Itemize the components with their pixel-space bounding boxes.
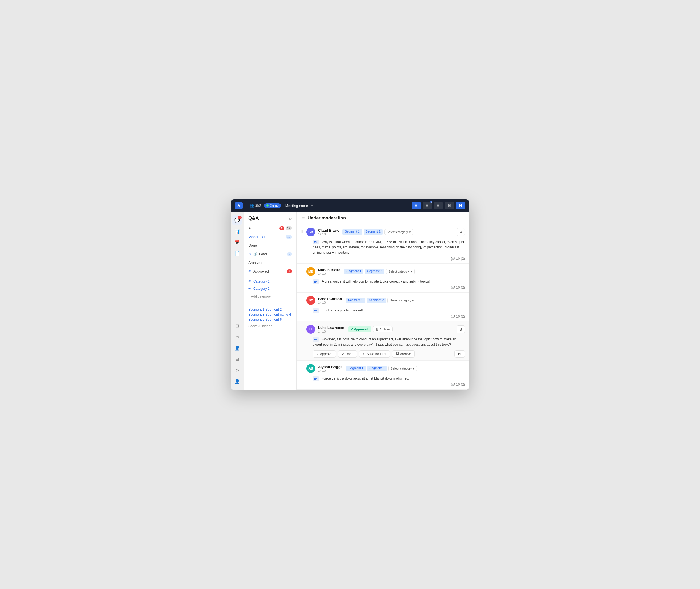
questions-list: ⠿ CB Claud Black 14:10 Segment 1 Segment… xyxy=(297,224,469,390)
tag-seg1-q5[interactable]: Segment 1 xyxy=(346,366,366,371)
sidebar-item-chart[interactable]: 📊 xyxy=(232,226,242,236)
chevron-down-icon-3: ▾ xyxy=(412,299,414,302)
user-time-1: 14:10 xyxy=(318,232,338,236)
header-action-icon-4[interactable]: B xyxy=(457,325,465,333)
segment-5[interactable]: Segment 5 xyxy=(248,318,264,322)
nav-badge-moderation: 10 xyxy=(285,235,292,239)
tag-seg2-q2[interactable]: Segment 2 xyxy=(365,269,384,274)
avatar-4: LL xyxy=(306,325,315,334)
nav-item-later[interactable]: 👁 🔗 Later 5 xyxy=(244,250,296,258)
approved-status-btn[interactable]: ✓ Approved xyxy=(348,326,371,332)
main-content: 💬 11 📊 📅 📄 ⊞ ✉ 👤 ⊟ xyxy=(231,212,469,390)
nav-item-approved[interactable]: 👁 Approved 2 xyxy=(244,267,296,275)
user-info-4: Luke Lawrence 14:10 xyxy=(318,326,344,333)
segments-section: Segment 1 Segment 2 Segment 3 Segment na… xyxy=(244,305,296,323)
nav-badge-later: 5 xyxy=(287,252,292,256)
chart-icon: 📊 xyxy=(234,229,240,234)
question-body-5: EN Fusce vehicula dolor arcu, sit amet b… xyxy=(297,375,469,383)
nav-item-all[interactable]: All 2 17 xyxy=(244,224,296,232)
question-tags-5: Segment 1 Segment 2 Select category ▾ xyxy=(346,366,417,371)
screen-share-icon-3[interactable]: 🖥 xyxy=(434,202,443,209)
nav-item-archived[interactable]: Archived xyxy=(244,258,296,267)
archive-btn-inline[interactable]: 🗄 Archive xyxy=(373,326,393,332)
lang-badge-1: EN xyxy=(313,240,319,244)
drag-handle-3[interactable]: ⠿ xyxy=(301,299,304,302)
comment-icon-5: 💬 xyxy=(451,383,455,386)
select-category-btn-3[interactable]: Select category ▾ xyxy=(388,298,416,304)
sidebar-item-person[interactable]: 👤 xyxy=(232,343,242,353)
eye-icon-cat1: 👁 xyxy=(248,279,252,283)
select-category-btn-5[interactable]: Select category ▾ xyxy=(388,366,417,371)
done-btn[interactable]: ✓ Done xyxy=(338,350,357,358)
tag-seg1-q1[interactable]: Segment 1 xyxy=(342,229,362,235)
sidebar-item-mail[interactable]: ✉ xyxy=(232,332,242,342)
search-icon[interactable]: ⌕ xyxy=(289,216,292,221)
segment-1[interactable]: Segment 1 xyxy=(248,308,264,312)
sidebar-item-grid[interactable]: ⊞ xyxy=(232,321,242,331)
vote-count-1: 💬 10 (2) xyxy=(451,257,465,260)
tag-seg2-q3[interactable]: Segment 2 xyxy=(367,298,386,304)
drag-handle-4[interactable]: ⠿ xyxy=(301,327,304,331)
question-body-1: EN Why is it that when an article is on … xyxy=(297,238,469,257)
nav-badge-red-all: 2 xyxy=(279,226,284,230)
vote-count-2: 💬 10 (2) xyxy=(451,285,465,289)
sidebar-item-chat[interactable]: 💬 11 xyxy=(232,215,242,225)
tag-seg2-q1[interactable]: Segment 2 xyxy=(364,229,383,235)
screen-share-active-icon[interactable]: 🖥 xyxy=(412,202,421,209)
show-hidden-btn[interactable]: Show 25 hidden xyxy=(244,323,296,330)
meeting-name[interactable]: Meeting name xyxy=(285,204,308,208)
category-2-label: Category 2 xyxy=(253,287,270,290)
segment-2[interactable]: Segment 2 xyxy=(266,308,282,312)
left-panel-header: Q&A ⌕ xyxy=(244,212,296,224)
segment-3[interactable]: Segment 3 xyxy=(248,313,264,317)
user-name-1: Claud Black xyxy=(318,228,338,232)
sidebar-item-calendar[interactable]: 📅 xyxy=(232,237,242,247)
tag-seg1-q2[interactable]: Segment 1 xyxy=(344,269,363,274)
approve-btn[interactable]: ✓ Approve xyxy=(313,350,336,358)
category-1[interactable]: 👁 Category 1 xyxy=(244,278,296,285)
nav-item-later-left: 👁 🔗 Later xyxy=(248,252,267,256)
sidebar-item-account[interactable]: 👤 xyxy=(232,376,242,386)
nav-item-done[interactable]: Done xyxy=(244,241,296,250)
question-tags-1: Segment 1 Segment 2 Select category ▾ xyxy=(342,229,413,235)
header-action-icon-1[interactable]: 🖥 xyxy=(457,228,465,236)
app-logo[interactable]: A xyxy=(235,202,243,209)
vote-count-3: 💬 10 (2) xyxy=(451,315,465,319)
user-name-3: Brook Carson xyxy=(318,297,342,301)
question-text-4: However, it is possible to conduct an ex… xyxy=(313,337,456,347)
broadcast-btn[interactable]: Br xyxy=(454,350,465,358)
top-bar: A 👥 250 Online Meeting name ▾ 🖥 🖥 2 🖥 🖥 … xyxy=(231,199,469,212)
nav-item-moderation[interactable]: Moderation 10 xyxy=(244,232,296,241)
sidebar-item-file[interactable]: 📄 xyxy=(232,248,242,258)
question-card-4: ⠿ LL Luke Lawrence 14:10 ✓ Approved 🗄 Ar… xyxy=(297,322,469,361)
nav-label-archived: Archived xyxy=(248,260,262,265)
sidebar-item-table[interactable]: ⊟ xyxy=(232,354,242,364)
drag-handle-1[interactable]: ⠿ xyxy=(301,230,304,234)
drag-handle-2[interactable]: ⠿ xyxy=(301,269,304,273)
comment-icon-2: 💬 xyxy=(451,285,455,289)
screen-share-icon-2[interactable]: 🖥 2 xyxy=(423,202,432,209)
screen-share-icon-4[interactable]: 🖥 xyxy=(445,202,454,209)
segment-6[interactable]: Segment 6 xyxy=(266,318,282,322)
sidebar-item-settings[interactable]: ⚙ xyxy=(232,365,242,375)
more-icon[interactable]: N xyxy=(456,202,465,209)
category-2[interactable]: 👁 Category 2 xyxy=(244,285,296,292)
tag-seg2-q5[interactable]: Segment 2 xyxy=(367,366,387,371)
lang-badge-4: EN xyxy=(313,337,319,342)
segment-name-4[interactable]: Segment name 4 xyxy=(266,313,291,317)
question-card-3: ⠿ BC Brook Carson 14:10 Segment 1 Segmen… xyxy=(297,292,469,322)
table-icon: ⊟ xyxy=(235,357,239,362)
select-category-btn-2[interactable]: Select category ▾ xyxy=(386,269,415,274)
save-for-later-btn[interactable]: ⊙ Save for later xyxy=(359,350,390,358)
question-card-5: ⠿ AB Alyson Briggs 14:10 Segment 1 Segme… xyxy=(297,361,469,390)
eye-icon-cat2: 👁 xyxy=(248,287,252,290)
archive-full-btn[interactable]: 🗄 Archive xyxy=(392,350,415,358)
select-category-btn-1[interactable]: Select category ▾ xyxy=(385,229,413,235)
add-category-btn[interactable]: + Add category xyxy=(244,292,296,301)
tag-seg1-q3[interactable]: Segment 1 xyxy=(346,298,365,304)
question-header-3: ⠿ BC Brook Carson 14:10 Segment 1 Segmen… xyxy=(297,292,469,307)
avatar-1: CB xyxy=(306,227,315,236)
comment-icon-3: 💬 xyxy=(451,315,455,319)
drag-handle-5[interactable]: ⠿ xyxy=(301,367,304,370)
calendar-icon: 📅 xyxy=(234,240,240,245)
